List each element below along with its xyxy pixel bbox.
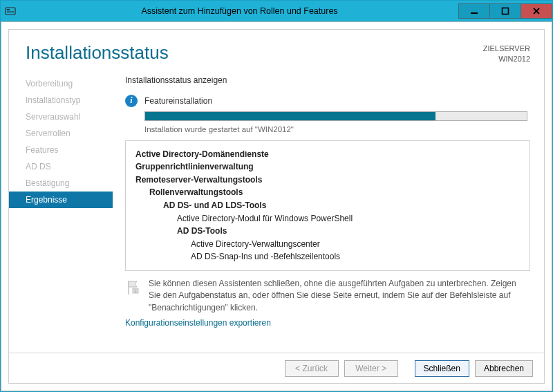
minimize-button[interactable] [458, 3, 490, 19]
nav-item-3: Serverrollen [9, 125, 113, 142]
page-title: Installationsstatus [26, 42, 483, 64]
svg-rect-2 [7, 12, 14, 12]
export-settings-link[interactable]: Konfigurationseinstellungen exportieren [125, 318, 530, 328]
nav-item-1: Installationstyp [9, 92, 113, 109]
status-label: Installationsstatus anzeigen [125, 75, 530, 85]
wizard-nav: VorbereitungInstallationstypServerauswah… [9, 68, 113, 346]
close-wizard-button[interactable]: Schließen [415, 360, 469, 377]
feature-label: Featureinstallation [144, 96, 212, 106]
close-button[interactable] [521, 3, 552, 19]
app-icon [1, 1, 20, 21]
progress-text: Installation wurde gestartet auf "WIN201… [144, 125, 530, 133]
notifications-icon: 1 [125, 278, 140, 297]
wizard-footer: < Zurück Weiter > Schließen Abbrechen [9, 353, 544, 383]
wizard-inner: Installationsstatus ZIELSERVER WIN2012 V… [8, 29, 545, 384]
info-icon: i [125, 95, 138, 107]
destination-server: ZIELSERVER WIN2012 [483, 42, 530, 64]
tree-item: AD DS-Tools [177, 225, 520, 238]
svg-rect-0 [6, 8, 15, 15]
window-title: Assistent zum Hinzufügen von Rollen und … [20, 6, 459, 16]
tree-item: Gruppenrichtlinienverwaltung [135, 160, 520, 174]
note-text: Sie können diesen Assistenten schließen,… [149, 278, 530, 314]
tree-item: AD DS- und AD LDS-Tools [163, 199, 520, 212]
wizard-window: Assistent zum Hinzufügen von Rollen und … [0, 0, 553, 392]
title-bar: Assistent zum Hinzufügen von Rollen und … [1, 1, 552, 21]
nav-item-6: Bestätigung [9, 175, 113, 192]
note-row: 1 Sie können diesen Assistenten schließe… [125, 278, 530, 314]
nav-item-2: Serverauswahl [9, 109, 113, 125]
nav-item-4: Features [9, 142, 113, 158]
back-button[interactable]: < Zurück [285, 360, 339, 377]
svg-rect-4 [503, 8, 509, 15]
results-tree: Active Directory-DomänendiensteGruppenri… [125, 140, 530, 271]
body-row: VorbereitungInstallationstypServerauswah… [9, 68, 544, 353]
cancel-button[interactable]: Abbrechen [475, 360, 533, 377]
tree-item: AD DS-Snap-Ins und -Befehlszeilentools [191, 250, 520, 263]
nav-item-5: AD DS [9, 158, 113, 175]
window-controls [459, 3, 552, 19]
header-row: Installationsstatus ZIELSERVER WIN2012 [9, 30, 544, 68]
tree-item: Active Directory-Modul für Windows Power… [177, 212, 520, 225]
nav-item-0: Vorbereitung [9, 75, 113, 92]
svg-rect-1 [7, 9, 10, 10]
maximize-button[interactable] [489, 3, 521, 19]
client-area: Installationsstatus ZIELSERVER WIN2012 V… [1, 21, 552, 391]
destination-value: WIN2012 [483, 54, 530, 64]
next-button[interactable]: Weiter > [344, 360, 398, 377]
tree-item: Active Directory-Verwaltungscenter [191, 238, 520, 251]
tree-item: Remoteserver-Verwaltungstools [135, 174, 520, 187]
feature-row: i Featureinstallation [125, 95, 530, 107]
wizard-content: Installationsstatus anzeigen i Featurein… [125, 68, 530, 346]
progress-fill [145, 112, 435, 120]
destination-label: ZIELSERVER [483, 44, 530, 54]
nav-item-7[interactable]: Ergebnisse [9, 192, 113, 208]
progress-bar [144, 111, 527, 121]
svg-rect-3 [471, 12, 478, 14]
tree-item: Active Directory-Domänendienste [135, 148, 520, 161]
tree-item: Rollenverwaltungstools [149, 186, 520, 199]
